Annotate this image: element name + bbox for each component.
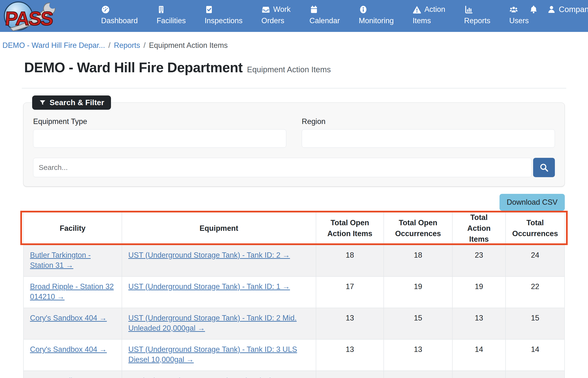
table-row: Cory's Sandbox 404 → Monitoring Equipmen…: [24, 371, 564, 378]
inbox-icon: [261, 5, 270, 14]
page-subtitle: Equipment Action Items: [247, 65, 331, 74]
users-icon: [509, 5, 518, 14]
nav-label: Inspections: [205, 16, 243, 26]
info-circle-icon: [359, 5, 368, 14]
breadcrumb: DEMO - Ward Hill Fire Depar... / Reports…: [0, 32, 588, 50]
action-items-value: 8: [452, 371, 506, 378]
gauge-icon: [101, 5, 110, 14]
nav-item-calendar[interactable]: Calendar: [310, 4, 340, 26]
calendar-icon: [310, 5, 318, 14]
breadcrumb-link-reports[interactable]: Reports: [114, 41, 140, 50]
open-action-items-value: 17: [316, 276, 384, 308]
table-toolbar: Download CSV: [23, 194, 565, 211]
nav-label: Action: [424, 5, 445, 14]
equipment-link[interactable]: UST (Underground Storage Tank) - Tank ID…: [128, 282, 290, 291]
nav-items: Dashboard Facilities Inspections Work Or…: [101, 0, 529, 26]
open-occurrences-value: 13: [384, 339, 452, 371]
equipment-action-items-table: Facility Equipment Total Open Action Ite…: [23, 212, 565, 378]
search-filter-toggle[interactable]: Search & Filter: [32, 95, 111, 110]
equipment-type-input[interactable]: [33, 129, 286, 148]
breadcrumb-link-facility[interactable]: DEMO - Ward Hill Fire Depar...: [2, 41, 105, 50]
top-navbar: PASS Dashboard Facilities Inspections Wo…: [0, 0, 588, 32]
facility-link[interactable]: Cory's Sandbox 404 →: [30, 314, 107, 322]
occurrences-value: 15: [506, 308, 564, 339]
user-avatar-icon: [547, 5, 556, 14]
nav-item-facilities[interactable]: Facilities: [157, 4, 186, 26]
search-icon: [539, 163, 549, 172]
equipment-link[interactable]: UST (Underground Storage Tank) - Tank ID…: [128, 314, 297, 332]
open-occurrences-value: 18: [384, 245, 452, 276]
nav-label: Users: [509, 16, 529, 26]
breadcrumb-current: Equipment Action Items: [149, 41, 228, 50]
table-row: Cory's Sandbox 404 → UST (Underground St…: [24, 339, 564, 371]
warning-triangle-icon: [412, 5, 421, 14]
action-items-value: 23: [452, 245, 506, 276]
col-header-total-open-action-items: Total Open Action Items: [316, 212, 384, 245]
nav-item-monitoring[interactable]: Monitoring: [359, 4, 394, 26]
occurrences-value: 24: [506, 245, 564, 276]
nav-label: Orders: [261, 16, 291, 26]
facility-link[interactable]: Cory's Sandbox 404 →: [30, 345, 107, 354]
search-input[interactable]: [33, 158, 532, 177]
report-table-wrap: Facility Equipment Total Open Action Ite…: [23, 212, 565, 378]
search-filter-card: Search & Filter Equipment Type Region: [23, 102, 565, 187]
equipment-link[interactable]: Monitoring Equipment - Location: Electri…: [128, 377, 300, 378]
title-divider: [22, 88, 566, 88]
occurrences-value: 22: [506, 276, 564, 308]
nav-label: Work: [273, 5, 291, 14]
breadcrumb-separator: /: [108, 41, 110, 50]
col-header-facility: Facility: [24, 212, 122, 245]
nav-item-work-orders[interactable]: Work Orders: [261, 4, 291, 26]
search-filter-label: Search & Filter: [50, 98, 104, 107]
nav-label: Facilities: [157, 16, 186, 26]
action-items-value: 13: [452, 308, 506, 339]
table-header-row: Facility Equipment Total Open Action Ite…: [24, 212, 564, 245]
account-menu[interactable]: Company: [547, 5, 588, 14]
col-header-total-occurrences: Total Occurrences: [506, 212, 564, 245]
nav-item-reports[interactable]: Reports: [464, 4, 491, 26]
facility-link[interactable]: Cory's Sandbox 404 →: [30, 377, 107, 378]
nav-item-users[interactable]: Users: [509, 4, 529, 26]
equipment-type-label: Equipment Type: [33, 117, 286, 126]
occurrences-value: 11: [506, 371, 564, 378]
svg-text:PASS: PASS: [4, 8, 54, 29]
nav-label: Reports: [464, 16, 491, 26]
region-input[interactable]: [302, 129, 555, 148]
download-csv-button[interactable]: Download CSV: [500, 194, 565, 211]
breadcrumb-separator: /: [143, 41, 146, 50]
open-action-items-value: 13: [316, 308, 384, 339]
pass-logo[interactable]: PASS: [2, 1, 87, 31]
col-header-total-open-occurrences: Total Open Occurrences: [384, 212, 452, 245]
nav-label: Monitoring: [359, 16, 394, 26]
action-items-value: 14: [452, 339, 506, 371]
col-header-equipment: Equipment: [122, 212, 316, 245]
table-row: Broad Ripple - Station 32 014210 → UST (…: [24, 276, 564, 308]
bar-chart-icon: [464, 5, 473, 14]
nav-item-dashboard[interactable]: Dashboard: [101, 4, 138, 26]
nav-right-cluster: Company: [529, 0, 588, 15]
nav-item-action-items[interactable]: Action Items: [412, 4, 445, 26]
open-occurrences-value: 9: [384, 371, 452, 378]
check-square-icon: [205, 5, 214, 14]
page-title: DEMO - Ward Hill Fire Department: [24, 59, 243, 75]
bell-icon[interactable]: [529, 5, 538, 14]
funnel-icon: [39, 99, 46, 106]
search-button[interactable]: [533, 158, 555, 177]
table-row: Butler Tarkington - Station 31 → UST (Un…: [24, 245, 564, 276]
equipment-link[interactable]: UST (Underground Storage Tank) - Tank ID…: [128, 345, 297, 364]
title-row: DEMO - Ward Hill Fire Department Equipme…: [24, 59, 564, 75]
nav-label: Calendar: [310, 16, 340, 26]
equipment-link[interactable]: UST (Underground Storage Tank) - Tank ID…: [128, 251, 290, 259]
facility-link[interactable]: Butler Tarkington - Station 31 →: [30, 251, 91, 270]
nav-label: Dashboard: [101, 16, 138, 26]
region-field-group: Region: [302, 117, 555, 148]
col-header-total-action-items: Total Action Items: [452, 212, 506, 245]
account-label: Company: [559, 5, 588, 14]
nav-item-inspections[interactable]: Inspections: [205, 4, 243, 26]
open-action-items-value: 13: [316, 339, 384, 371]
equipment-type-field-group: Equipment Type: [33, 117, 286, 148]
building-icon: [157, 5, 166, 14]
open-occurrences-value: 19: [384, 276, 452, 308]
facility-link[interactable]: Broad Ripple - Station 32 014210 →: [30, 282, 114, 301]
nav-label: Items: [412, 16, 445, 26]
